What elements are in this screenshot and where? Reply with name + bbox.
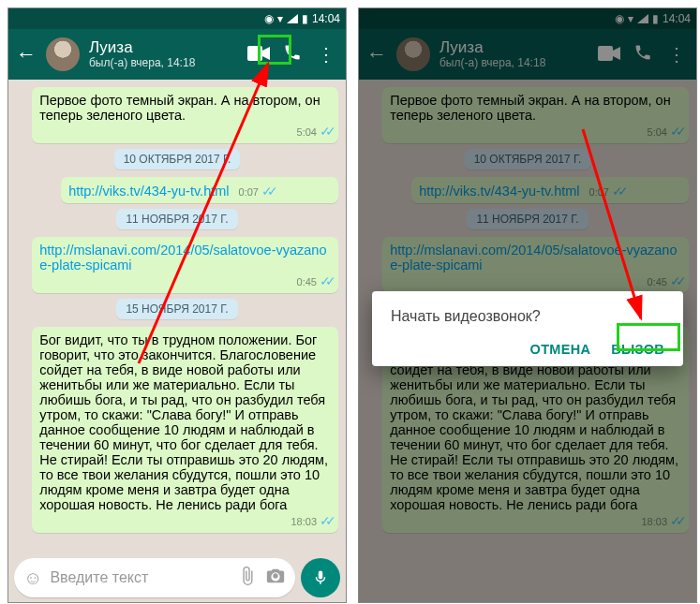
contact-name: Луиза xyxy=(89,39,237,57)
dialog-title: Начать видеозвонок? xyxy=(391,308,664,325)
message-bubble[interactable]: Бог видит, что ты в трудном положении. Б… xyxy=(32,327,338,533)
read-ticks-icon: ✓✓ xyxy=(320,273,331,288)
clock: 14:04 xyxy=(312,12,340,25)
chat-title-block[interactable]: Луиза был(-а) вчера, 14:18 xyxy=(89,39,237,69)
input-bar: ☺ Введите текст xyxy=(8,555,346,602)
back-button[interactable]: ← xyxy=(16,42,37,66)
message-bubble[interactable]: Первое фото темный экран. А на втором, о… xyxy=(32,87,338,143)
svg-rect-0 xyxy=(247,46,262,61)
message-time: 5:04 xyxy=(297,126,317,138)
message-bubble[interactable]: http://mslanavi.com/2014/05/salatovoe-vy… xyxy=(32,237,338,293)
location-icon: ◉ xyxy=(264,12,274,25)
date-separator: 11 НОЯБРЯ 2017 Г. xyxy=(16,209,338,229)
video-call-button[interactable] xyxy=(246,44,271,66)
mic-button[interactable] xyxy=(301,558,340,597)
call-button[interactable]: ВЫЗОВ xyxy=(611,342,664,357)
date-separator: 15 НОЯБРЯ 2017 Г. xyxy=(16,299,338,319)
attach-icon[interactable] xyxy=(237,566,258,591)
video-call-dialog: Начать видеозвонок? ОТМЕНА ВЫЗОВ xyxy=(372,291,683,366)
menu-button[interactable]: ⋮ xyxy=(314,43,338,66)
date-separator: 10 ОКТЯБРЯ 2017 Г. xyxy=(16,149,338,169)
message-link[interactable]: http://viks.tv/434-yu-tv.html xyxy=(68,184,229,199)
message-link[interactable]: http://mslanavi.com/2014/05/salatovoe-vy… xyxy=(39,243,326,273)
emoji-icon[interactable]: ☺ xyxy=(23,567,42,589)
chat-appbar: ← Луиза был(-а) вчера, 14:18 ⋮ xyxy=(8,29,346,80)
voice-call-button[interactable] xyxy=(280,43,305,66)
last-seen: был(-а) вчера, 14:18 xyxy=(89,57,237,69)
avatar[interactable] xyxy=(46,37,80,71)
message-time: 0:45 xyxy=(297,276,317,287)
screenshot-left: ◉ ▾ ▮ 14:04 ← Луиза был(-а) вчера, 14:18… xyxy=(7,7,347,603)
message-time: 18:03 xyxy=(290,516,317,527)
chat-scroll[interactable]: Первое фото темный экран. А на втором, о… xyxy=(8,80,346,555)
cancel-button[interactable]: ОТМЕНА xyxy=(530,342,591,357)
battery-icon: ▮ xyxy=(302,12,308,25)
read-ticks-icon: ✓✓ xyxy=(261,184,273,199)
screenshot-right: ◉ ▾ ▮ 14:04 ← Луиза был(-а) вчера, 14:18… xyxy=(358,7,697,603)
message-input[interactable]: ☺ Введите текст xyxy=(14,558,295,597)
wifi-icon: ▾ xyxy=(277,12,283,25)
message-text: Бог видит, что ты в трудном положении. Б… xyxy=(39,332,331,512)
message-bubble[interactable]: http://viks.tv/434-yu-tv.html 0:07✓✓ xyxy=(61,177,338,203)
input-placeholder: Введите текст xyxy=(50,569,230,586)
message-time: 0:07 xyxy=(239,186,259,198)
read-ticks-icon: ✓✓ xyxy=(320,513,331,528)
camera-icon[interactable] xyxy=(265,566,286,591)
read-ticks-icon: ✓✓ xyxy=(320,124,331,139)
status-bar: ◉ ▾ ▮ 14:04 xyxy=(8,8,346,29)
message-text: Первое фото темный экран. А на втором, о… xyxy=(39,93,331,123)
signal-icon xyxy=(287,14,298,23)
